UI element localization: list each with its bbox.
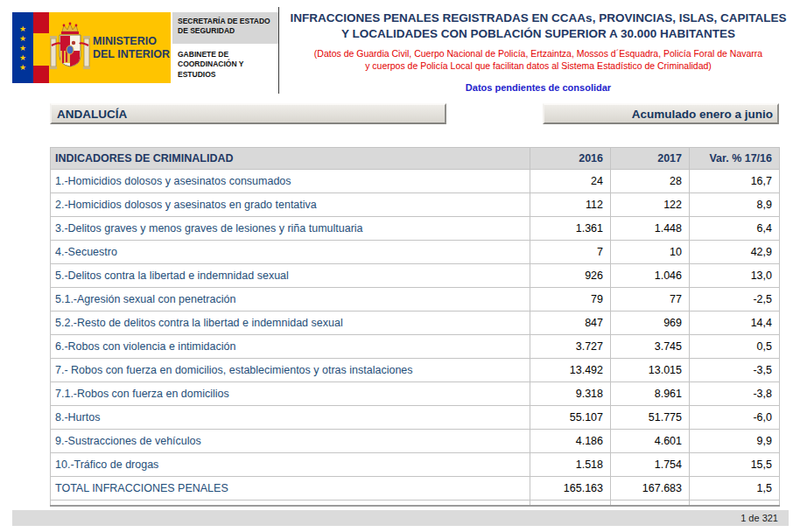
- value-2016: 79: [530, 288, 611, 312]
- value-variation: 16,7: [690, 170, 780, 193]
- table-row: 1.-Homicidios dolosos y asesinatos consu…: [51, 170, 780, 193]
- table-row: 2.-Homicidios dolosos y asesinatos en gr…: [51, 193, 780, 217]
- ministry-logo: ★ ★ ★ ★ ★: [12, 12, 171, 83]
- value-2017: 1.754: [611, 453, 690, 477]
- subtitle: (Datos de Guardia Civil, Cuerpo Nacional…: [282, 47, 795, 72]
- header-divider: [278, 7, 279, 94]
- indicator-label: 5.2.-Resto de delitos contra la libertad…: [51, 312, 530, 335]
- secretaria-label: SECRETARÍA DE ESTADO DE SEGURIDAD: [172, 12, 278, 44]
- value-2017: 1.448: [611, 217, 690, 241]
- column-header-variation: Var. % 17/16: [690, 148, 780, 170]
- table-spacer-row: [51, 500, 780, 506]
- value-2016: 13.492: [530, 359, 611, 382]
- eu-star-icon: ★: [19, 34, 26, 43]
- indicator-label: 1.-Homicidios dolosos y asesinatos consu…: [51, 170, 530, 193]
- indicator-label: 7.1.-Robos con fuerza en domicilios: [51, 382, 530, 406]
- indicator-label: 3.-Delitos graves y menos graves de lesi…: [51, 217, 530, 241]
- value-2017: 8.961: [611, 382, 690, 406]
- indicator-label: 6.-Robos con violencia e intimidación: [51, 335, 530, 359]
- value-variation: 9,9: [690, 430, 780, 453]
- value-2017: 51.775: [611, 406, 690, 430]
- indicator-label: 5.1.-Agresión sexual con penetración: [51, 288, 530, 312]
- column-header-2017: 2017: [611, 148, 690, 170]
- indicator-label: 4.-Secuestro: [51, 241, 530, 264]
- value-variation: 6,4: [690, 217, 780, 241]
- value-variation: 8,9: [690, 193, 780, 217]
- table-row: 4.-Secuestro 7 10 42,9: [51, 241, 780, 264]
- table-row: 6.-Robos con violencia e intimidación 3.…: [51, 335, 780, 359]
- value-2017: 77: [611, 288, 690, 312]
- value-2017: 10: [611, 241, 690, 264]
- gabinete-label: GABINETE DE COORDINACIÓN Y ESTUDIOS: [172, 50, 278, 80]
- page-title-line2: Y LOCALIDADES CON POBLACIÓN SUPERIOR A 3…: [282, 26, 795, 42]
- eu-star-icon: ★: [19, 44, 26, 52]
- table-row: 5.2.-Resto de delitos contra la libertad…: [51, 312, 780, 335]
- page-indicator: 1 de 321: [740, 513, 778, 523]
- title-area: INFRACCIONES PENALES REGISTRADAS EN CCAA…: [282, 10, 795, 93]
- table-row: 8.-Hurtos 55.107 51.775 -6,0: [51, 406, 780, 430]
- value-variation: -6,0: [690, 406, 780, 430]
- value-2016: 3.727: [530, 335, 611, 359]
- value-variation: 14,4: [690, 312, 780, 335]
- value-2017: 122: [611, 193, 690, 217]
- footer-bar: 1 de 321: [12, 510, 789, 526]
- value-2016: 4.186: [530, 430, 611, 453]
- value-2016: 847: [530, 312, 611, 335]
- column-header-2016: 2016: [530, 148, 611, 170]
- value-2016: 55.107: [530, 406, 611, 430]
- value-2016: 112: [530, 193, 611, 217]
- value-2017: 28: [611, 170, 690, 193]
- indicator-label: 9.-Sustracciones de vehículos: [51, 430, 530, 453]
- eu-stars-icon: ★ ★ ★ ★ ★: [12, 12, 33, 83]
- table-total-row: TOTAL INFRACCIONES PENALES 165.163 167.6…: [51, 477, 780, 500]
- value-variation: 15,5: [690, 453, 780, 477]
- spain-coat-of-arms-icon: [50, 21, 90, 75]
- table-row: 7.- Robos con fuerza en domicilios, esta…: [51, 359, 780, 382]
- value-2016: 7: [530, 241, 611, 264]
- value-2016: 1.361: [530, 217, 611, 241]
- eu-star-icon: ★: [19, 53, 26, 62]
- value-variation: 13,0: [690, 264, 780, 288]
- subtitle-line2: y cuerpos de Policía Local que facilitan…: [282, 60, 795, 72]
- ministry-name-line2: DEL INTERIOR: [93, 48, 170, 61]
- value-variation: -2,5: [690, 288, 780, 312]
- value-variation: -3,5: [690, 359, 780, 382]
- total-label: TOTAL INFRACCIONES PENALES: [51, 477, 530, 500]
- total-2017: 167.683: [611, 477, 690, 500]
- value-2016: 9.318: [530, 382, 611, 406]
- table-header-row: INDICADORES DE CRIMINALIDAD 2016 2017 Va…: [51, 148, 780, 170]
- pending-data-note: Datos pendientes de consolidar: [282, 82, 795, 93]
- value-2016: 1.518: [530, 453, 611, 477]
- ministry-name: MINISTERIO DEL INTERIOR: [93, 35, 170, 61]
- total-2016: 165.163: [530, 477, 611, 500]
- indicator-label: 7.- Robos con fuerza en domicilios, esta…: [51, 359, 530, 382]
- indicator-label: 8.-Hurtos: [51, 406, 530, 430]
- indicator-label: 2.-Homicidios dolosos y asesinatos en gr…: [51, 193, 530, 217]
- value-2017: 3.745: [611, 335, 690, 359]
- value-variation: 0,5: [690, 335, 780, 359]
- logo-main-area: MINISTERIO DEL INTERIOR: [49, 12, 171, 83]
- table-row: 3.-Delitos graves y menos graves de lesi…: [51, 217, 780, 241]
- subtitle-line1: (Datos de Guardia Civil, Cuerpo Nacional…: [282, 47, 795, 60]
- value-2017: 4.601: [611, 430, 690, 453]
- ministry-name-line1: MINISTERIO: [93, 35, 170, 48]
- value-variation: 42,9: [690, 241, 780, 264]
- indicator-label: 10.-Tráfico de drogas: [51, 453, 530, 477]
- region-button[interactable]: ANDALUCÍA: [50, 103, 446, 124]
- value-2017: 13.015: [611, 359, 690, 382]
- eu-star-icon: ★: [19, 24, 26, 33]
- table-row: 5.-Delitos contra la libertad e indemnid…: [51, 264, 780, 288]
- page-title-line1: INFRACCIONES PENALES REGISTRADAS EN CCAA…: [282, 10, 795, 26]
- total-variation: 1,5: [690, 477, 780, 500]
- value-variation: -3,8: [690, 382, 780, 406]
- table-row: 5.1.-Agresión sexual con penetración 79 …: [51, 288, 780, 312]
- table-row: 10.-Tráfico de drogas 1.518 1.754 15,5: [51, 453, 780, 477]
- period-button[interactable]: Acumulado enero a junio: [543, 103, 779, 124]
- table-row: 9.-Sustracciones de vehículos 4.186 4.60…: [51, 430, 780, 453]
- eu-star-icon: ★: [19, 63, 26, 72]
- value-2016: 926: [530, 264, 611, 288]
- table-row: 7.1.-Robos con fuerza en domicilios 9.31…: [51, 382, 780, 406]
- column-header-indicators: INDICADORES DE CRIMINALIDAD: [51, 148, 530, 170]
- value-2017: 969: [611, 312, 690, 335]
- value-2016: 24: [530, 170, 611, 193]
